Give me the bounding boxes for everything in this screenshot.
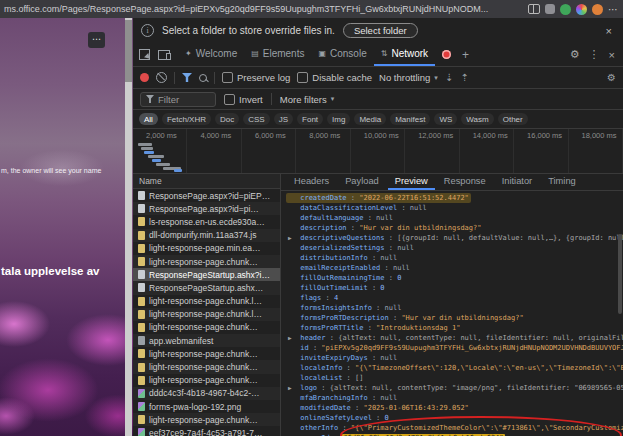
name-column-header[interactable]: Name xyxy=(133,174,280,189)
request-row[interactable]: ResponsePage.aspx?id=pi… xyxy=(133,202,280,215)
filter-input[interactable]: Filter xyxy=(140,92,216,107)
json-tree-line[interactable]: descriptiveQuestions : [{groupId: null, … xyxy=(286,233,623,243)
json-tree-line[interactable]: onlineSafetyLevel : 0 xyxy=(286,413,623,423)
filter-toggle-icon[interactable] xyxy=(182,73,192,82)
json-tree-line[interactable]: createdDate : "2022-06-22T16:51:52.4472" xyxy=(286,193,623,203)
throttling-select[interactable]: No throttling ▾ xyxy=(379,72,438,83)
invert-checkbox[interactable] xyxy=(224,94,235,105)
json-tree-line[interactable]: distributionInfo : null xyxy=(286,253,623,263)
json-tree-line[interactable]: inviteExpiryDays : null xyxy=(286,353,623,363)
json-tree-line[interactable]: header : {altText: null, contentType: nu… xyxy=(286,333,623,343)
json-tree-line[interactable]: otherInfo : "{\"PrimaryCustomizedThemeCo… xyxy=(286,423,623,433)
request-row[interactable]: dll-dompurify.min.11aa374.js xyxy=(133,229,280,242)
record-network-log-button[interactable] xyxy=(140,73,149,82)
devtools-tab[interactable]: ✦ Welcome xyxy=(178,43,244,66)
json-tree-line[interactable]: localeInfo : "{\"TimezoneOffset\":120,\"… xyxy=(286,363,623,373)
details-tab[interactable]: Initiator xyxy=(495,174,540,190)
type-chip[interactable]: Img xyxy=(327,113,350,125)
request-row[interactable]: light-response-page.min.ea… xyxy=(133,242,280,255)
select-folder-button[interactable]: Select folder xyxy=(343,23,418,38)
json-tree-line[interactable]: description : "Hur var din utbildningsda… xyxy=(286,223,623,233)
request-row[interactable]: light-response-page.chunk… xyxy=(133,360,280,373)
details-tab[interactable]: Timing xyxy=(541,174,583,190)
type-chip[interactable]: Other xyxy=(498,113,528,125)
devtools-tab[interactable]: ⇅ Network xyxy=(374,43,435,66)
disable-cache-checkbox[interactable] xyxy=(297,72,308,83)
more-filters-dropdown[interactable]: More filters ▾ xyxy=(280,94,335,105)
search-icon[interactable] xyxy=(199,74,207,82)
expand-arrow-icon[interactable] xyxy=(288,333,296,343)
extensions-icon[interactable] xyxy=(545,4,555,14)
json-tree-line[interactable]: flags : 4 xyxy=(286,293,623,303)
preserve-log-control[interactable]: Preserve log xyxy=(222,72,290,83)
json-tree-line[interactable]: fillOutTimeLimit : 0 xyxy=(286,283,623,293)
details-tab[interactable]: Payload xyxy=(338,174,386,190)
expand-arrow-icon[interactable] xyxy=(288,383,296,393)
type-chip[interactable]: Wasm xyxy=(461,113,493,125)
browser-more-icon[interactable]: ⋯ xyxy=(608,4,618,15)
export-har-icon[interactable]: ⇡ xyxy=(460,73,468,83)
json-tree-line[interactable]: formsProRTTitle : "Introduktionsdag 1" xyxy=(286,323,623,333)
inspect-element-icon[interactable] xyxy=(139,49,150,60)
json-tree-line[interactable]: formsProRTDescription : "Hur var din utb… xyxy=(286,313,623,323)
request-row[interactable]: ResponsePage.aspx?id=piEP… xyxy=(133,189,280,202)
banner-close-icon[interactable]: × xyxy=(603,25,615,37)
type-chip[interactable]: WS xyxy=(434,113,457,125)
request-row[interactable]: light-response-page.chunk… xyxy=(133,413,280,426)
details-tab[interactable]: Headers xyxy=(287,174,336,190)
type-chip[interactable]: Manifest xyxy=(390,113,430,125)
json-tree-line[interactable]: defaultLanguage : null xyxy=(286,213,623,223)
recording-indicator-icon[interactable] xyxy=(442,50,451,59)
devtools-tab[interactable]: ▣ Console xyxy=(311,43,373,66)
disable-cache-control[interactable]: Disable cache xyxy=(297,72,372,83)
expand-arrow-icon[interactable] xyxy=(288,233,296,243)
json-tree-line[interactable]: fillOutRemainingTime : 0 xyxy=(286,273,623,283)
json-tree-line[interactable]: formsInsightsInfo : null xyxy=(286,303,623,313)
json-tree-line[interactable]: emailReceiptEnabled : null xyxy=(286,263,623,273)
details-tab[interactable]: Preview xyxy=(388,174,435,190)
split-screen-icon[interactable] xyxy=(528,4,540,14)
request-row[interactable]: light-response-page.chunk.l… xyxy=(133,308,280,321)
customize-devtools-icon[interactable]: ⋮ xyxy=(589,48,600,61)
request-row[interactable]: light-response-page.chunk… xyxy=(133,347,280,360)
type-chip[interactable]: JS xyxy=(274,113,293,125)
type-chip[interactable]: CSS xyxy=(243,113,269,125)
request-row[interactable]: light-response-page.chunk… xyxy=(133,255,280,268)
request-row[interactable]: ls-response.en-us.ecde930a… xyxy=(133,215,280,228)
json-tree-line[interactable]: dataClassificationLevel : null xyxy=(286,203,623,213)
request-row[interactable]: light-response-page.chunk… xyxy=(133,321,280,334)
page-scrollbar-thumb[interactable] xyxy=(125,20,132,82)
json-tree-line[interactable]: mfaBranchingInfo : null xyxy=(286,393,623,403)
more-tabs-button[interactable]: + xyxy=(458,48,473,62)
json-tree-line[interactable]: localeList : [] xyxy=(286,373,623,383)
invert-control[interactable]: Invert xyxy=(224,94,263,105)
network-overview-timeline[interactable]: 2,000 ms4,000 ms6,000 ms8,000 ms10,000 m… xyxy=(133,129,623,174)
type-chip[interactable]: Media xyxy=(354,113,386,125)
request-row[interactable]: dddc4c3f-4b18-4967-b4c2-… xyxy=(133,387,280,400)
settings-gear-icon[interactable]: ⚙ xyxy=(570,48,580,61)
request-row[interactable]: eef37ce9-7a4f-4c53-a791-7… xyxy=(133,426,280,436)
details-tab[interactable]: Response xyxy=(437,174,493,190)
json-tree-line[interactable]: deserializedSettings : null xyxy=(286,243,623,253)
close-devtools-icon[interactable]: × xyxy=(609,49,615,61)
extension-badge-green-icon[interactable] xyxy=(560,4,571,15)
type-chip[interactable]: Font xyxy=(297,113,323,125)
json-tree-line[interactable]: id : "piEPXv5g20qd9FF9s59Uupughm3TFYFHi_… xyxy=(286,343,623,353)
request-row[interactable]: ResponsePageStartup.ashx?i… xyxy=(133,268,280,281)
preserve-log-checkbox[interactable] xyxy=(222,72,233,83)
page-more-menu[interactable]: ⋯ xyxy=(88,32,105,48)
url-text[interactable]: ms.office.com/Pages/ResponsePage.aspx?id… xyxy=(0,4,528,14)
profile-avatar[interactable] xyxy=(576,4,587,15)
json-tree-line[interactable]: modifiedDate : "2025-01-06T16:43:29.052" xyxy=(286,403,623,413)
clear-network-log-icon[interactable] xyxy=(156,72,167,83)
request-row[interactable]: forms-pwa-logo-192.png xyxy=(133,400,280,413)
request-row[interactable]: app.webmanifest xyxy=(133,334,280,347)
network-settings-gear-icon[interactable]: ⚙ xyxy=(607,72,616,83)
extension-badge-orange-icon[interactable] xyxy=(592,4,603,15)
import-har-icon[interactable]: ⇣ xyxy=(445,73,453,83)
devtools-tab[interactable]: ▤ Elements xyxy=(244,43,311,66)
type-chip[interactable]: Fetch/XHR xyxy=(162,113,211,125)
json-tree-line[interactable]: logo : {altText: null, contentType: "ima… xyxy=(286,383,623,393)
request-row[interactable]: ResponsePageStartup.ashx… xyxy=(133,281,280,294)
type-chip[interactable]: Doc xyxy=(215,113,239,125)
